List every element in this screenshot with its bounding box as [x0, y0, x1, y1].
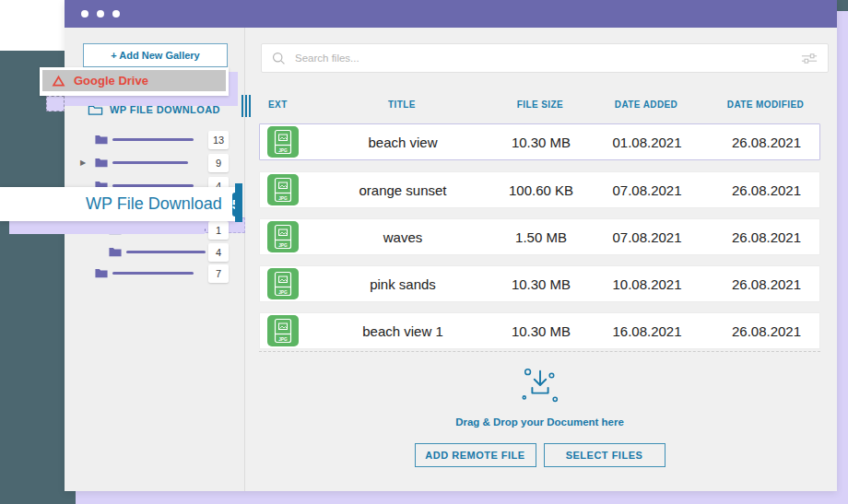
file-type-icon: JPG	[260, 174, 306, 205]
table-row[interactable]: JPG orange sunset 100.60 KB 07.08.2021 2…	[259, 171, 820, 208]
tree-folder-item[interactable]: 7	[65, 264, 245, 283]
file-title: pink sands	[306, 276, 500, 292]
column-header-title: TITLE	[305, 100, 499, 110]
column-header-date-added: DATE ADDED	[582, 100, 711, 110]
window-dot[interactable]	[97, 10, 104, 18]
file-date-added: 07.08.2021	[583, 182, 712, 198]
window-dot[interactable]	[81, 10, 88, 18]
decor-lavender-right	[837, 11, 848, 504]
folder-name-bar	[126, 251, 206, 253]
file-date-modified: 26.08.2021	[712, 182, 821, 198]
callout-wp-file-download[interactable]: WP File Download 5	[0, 187, 235, 221]
file-size: 10.30 MB	[500, 323, 583, 339]
drag-drop-zone[interactable]: Drag & Drop your Document here ADD REMOT…	[259, 351, 820, 491]
folder-name-bar	[112, 138, 194, 141]
tree-folder-item[interactable]: 4	[65, 243, 245, 262]
window-dot[interactable]	[112, 10, 120, 18]
filter-icon[interactable]	[801, 52, 818, 65]
folder-icon	[95, 157, 108, 168]
decor-slate-corner	[837, 0, 848, 11]
svg-text:JPG: JPG	[278, 337, 288, 342]
callout-label: WP File Download	[86, 194, 222, 214]
file-size: 10.30 MB	[500, 135, 583, 150]
add-new-gallery-button[interactable]: + Add New Gallery	[83, 43, 228, 67]
folder-icon	[109, 246, 122, 257]
menu-item-google-drive[interactable]: Google Drive	[40, 67, 229, 96]
folder-count-badge: 13	[208, 131, 229, 149]
google-drive-chip-shadow-patch	[46, 96, 65, 111]
page: + Add New Gallery WP FILE DOWNLOAD 13 ▶ …	[0, 0, 848, 504]
add-remote-file-button[interactable]: ADD REMOTE FILE	[415, 443, 536, 467]
folder-count-badge: 9	[208, 154, 229, 172]
file-type-icon: JPG	[260, 315, 306, 346]
file-type-icon: JPG	[260, 268, 306, 299]
svg-text:JPG: JPG	[278, 196, 288, 201]
drag-drop-label: Drag & Drop your Document here	[259, 416, 820, 428]
file-date-added: 07.08.2021	[583, 229, 712, 245]
folder-count-badge: 4	[208, 243, 229, 262]
column-header-ext: EXT	[259, 100, 305, 110]
svg-text:JPG: JPG	[278, 243, 288, 248]
folder-icon	[95, 134, 108, 145]
search-bar	[261, 43, 829, 73]
search-input[interactable]	[293, 44, 772, 72]
file-title: waves	[306, 229, 500, 245]
search-icon	[271, 51, 287, 66]
file-size: 100.60 KB	[500, 182, 583, 198]
sidebar-resize-handle[interactable]	[241, 95, 252, 117]
decor-lavender-bottom	[76, 491, 848, 504]
table-header: EXT TITLE FILE SIZE DATE ADDED DATE MODI…	[259, 96, 820, 112]
file-type-icon: JPG	[260, 126, 306, 158]
callout-accent-bar	[235, 183, 242, 222]
select-files-button[interactable]: SELECT FILES	[544, 443, 665, 467]
expand-caret-icon[interactable]: ▶	[80, 158, 86, 169]
add-new-gallery-label: + Add New Gallery	[111, 50, 200, 61]
table-row[interactable]: JPG waves 1.50 MB 07.08.2021 26.08.2021	[259, 218, 820, 255]
table-row[interactable]: JPG beach view 1 10.30 MB 16.08.2021 26.…	[259, 312, 820, 349]
column-header-date-modified: DATE MODIFIED	[711, 100, 820, 110]
file-date-added: 01.08.2021	[583, 135, 712, 150]
folder-count-badge: 7	[208, 264, 229, 283]
file-size: 1.50 MB	[500, 229, 583, 245]
file-date-modified: 26.08.2021	[712, 276, 821, 292]
file-size: 10.30 MB	[500, 276, 583, 292]
google-drive-icon	[51, 74, 66, 88]
folder-name-bar	[112, 161, 188, 164]
file-type-icon: JPG	[260, 221, 306, 252]
svg-text:JPG: JPG	[278, 290, 288, 295]
folder-count-badge: 1	[208, 221, 229, 240]
file-title: beach view 1	[306, 323, 500, 339]
download-tray-icon	[259, 365, 820, 409]
tree-folder-item[interactable]: ▶ 9	[65, 154, 245, 172]
file-date-added: 16.08.2021	[583, 323, 712, 339]
file-date-modified: 26.08.2021	[712, 229, 821, 245]
svg-text:JPG: JPG	[278, 148, 288, 153]
folder-name-bar	[112, 272, 194, 275]
file-date-modified: 26.08.2021	[712, 323, 821, 339]
column-header-file-size: FILE SIZE	[499, 100, 582, 110]
tree-folder-item[interactable]: 13	[65, 131, 245, 149]
window-titlebar	[65, 0, 837, 28]
folder-icon	[95, 267, 108, 278]
file-date-modified: 26.08.2021	[712, 135, 821, 150]
table-row[interactable]: JPG pink sands 10.30 MB 10.08.2021 26.08…	[259, 265, 820, 302]
table-row[interactable]: JPG beach view 10.30 MB 01.08.2021 26.08…	[259, 123, 820, 160]
file-title: beach view	[306, 135, 500, 150]
google-drive-label: Google Drive	[74, 74, 148, 88]
file-date-added: 10.08.2021	[583, 276, 712, 292]
file-title: orange sunset	[306, 182, 500, 198]
